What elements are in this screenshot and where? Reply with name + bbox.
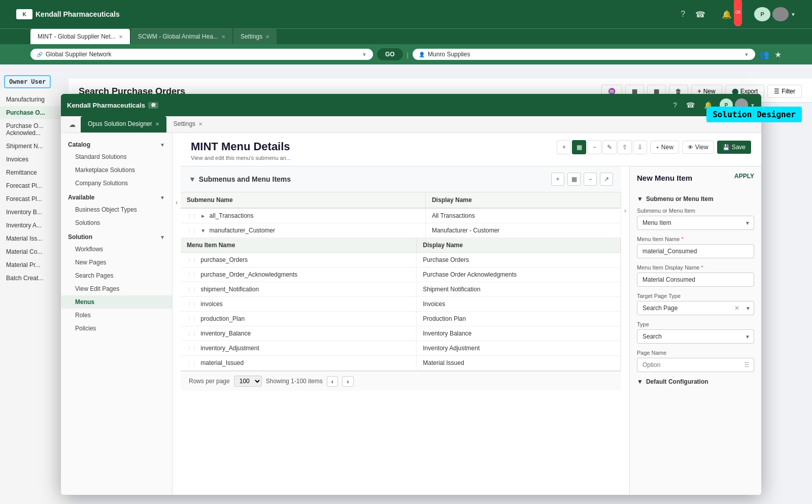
nav-item-view-edit-pages[interactable]: View Edit Pages: [61, 282, 172, 295]
table-row[interactable]: ⋮⋮ ▼ manufacturer_Customer Manufacturer …: [181, 223, 621, 238]
addr-field-2[interactable]: 👤 Munro Supplies ▼: [413, 49, 755, 60]
drag-handle-icon[interactable]: ⋮⋮: [187, 301, 197, 307]
outer-sidebar-invoices[interactable]: Invoices: [0, 153, 69, 166]
prev-page-btn[interactable]: ‹: [327, 376, 338, 387]
outer-sidebar-inv-balance[interactable]: Inventory B...: [0, 206, 69, 219]
notification-btn[interactable]: 🔔 08: [714, 0, 740, 28]
target-page-type-clear-icon[interactable]: ✕: [731, 305, 742, 312]
phone-icon[interactable]: ☎: [693, 0, 707, 28]
inner-help-icon[interactable]: ?: [671, 99, 679, 111]
table-row[interactable]: ⋮⋮ purchase_Order_Acknowledgments Purcha…: [181, 267, 621, 282]
nav-solution-header[interactable]: Solution ▼: [61, 229, 172, 243]
page-name-input[interactable]: [637, 358, 740, 372]
outer-tab-mint-close[interactable]: ✕: [119, 34, 123, 40]
nav-item-policies[interactable]: Policies: [61, 322, 172, 335]
star-icon[interactable]: ★: [774, 50, 782, 59]
outer-filter-button[interactable]: ☰ Filter: [767, 85, 802, 98]
addr-field-1[interactable]: 🔗 Global Supplier Network ▼: [30, 49, 373, 60]
nav-available-header[interactable]: Available ▼: [61, 190, 172, 203]
submenu-grid-btn[interactable]: ▦: [567, 173, 581, 186]
outer-sidebar-manufacturing[interactable]: Manufacturing: [0, 93, 69, 106]
next-page-btn[interactable]: ›: [342, 376, 353, 387]
drag-handle-icon[interactable]: ⋮⋮: [187, 316, 197, 322]
outer-sidebar-forecast2[interactable]: Forecast Pl...: [0, 192, 69, 206]
rows-per-page-select[interactable]: 100 50 25: [234, 376, 262, 387]
table-row[interactable]: ⋮⋮ invoices Invoices: [181, 297, 621, 312]
nav-item-bot[interactable]: Business Object Types: [61, 203, 172, 216]
outer-sidebar-purchase-orders[interactable]: Purchase O...: [0, 106, 69, 119]
toolbar-plus-btn[interactable]: +: [557, 140, 571, 154]
go-button[interactable]: GO: [377, 48, 403, 60]
inner-tab-opus-close[interactable]: ✕: [155, 121, 159, 127]
drag-handle-icon[interactable]: ⋮⋮: [187, 272, 197, 278]
panel-submenu-select[interactable]: Menu Item Submenu: [637, 216, 754, 230]
addr-dropdown-2[interactable]: ▼: [744, 52, 749, 57]
submenu-expand-btn[interactable]: ↗: [600, 173, 613, 186]
nav-item-search-pages[interactable]: Search Pages: [61, 269, 172, 282]
drag-handle-icon[interactable]: ⋮⋮: [187, 331, 197, 337]
outer-tab-settings-close[interactable]: ✕: [265, 34, 269, 40]
type-select[interactable]: Search: [637, 329, 754, 344]
table-row[interactable]: ⋮⋮ material_Issued Material Issued: [181, 356, 621, 371]
drag-handle-icon[interactable]: ⋮⋮: [187, 213, 197, 219]
menu-item-display-input[interactable]: [637, 273, 754, 287]
view-button[interactable]: 👁 View: [682, 141, 714, 154]
table-row[interactable]: ⋮⋮ inventory_Adjustment Inventory Adjust…: [181, 341, 621, 356]
panel-section-default-config[interactable]: ▼ Default Configuration: [637, 378, 754, 385]
submenu-minus-btn[interactable]: −: [584, 173, 597, 186]
inner-phone-icon[interactable]: ☎: [684, 99, 697, 111]
nav-item-roles[interactable]: Roles: [61, 309, 172, 322]
outer-sidebar-remittance[interactable]: Remittance: [0, 166, 69, 179]
outer-tab-mint[interactable]: MINT - Global Supplier Net... ✕: [30, 29, 130, 44]
outer-sidebar-inv-adj[interactable]: Inventory A...: [0, 219, 69, 232]
table-row[interactable]: ⋮⋮ inventory_Balance Inventory Balance: [181, 326, 621, 341]
people-icon[interactable]: 👥: [759, 50, 769, 59]
submenu-add-btn[interactable]: +: [551, 173, 564, 186]
outer-sidebar-batch[interactable]: Batch Creat...: [0, 272, 69, 285]
panel-section-submenu[interactable]: ▼ Submenu or Menu Item: [637, 195, 754, 203]
addr-dropdown-1[interactable]: ▼: [362, 52, 367, 57]
nav-item-workflows[interactable]: Workflows: [61, 243, 172, 256]
nav-catalog-header[interactable]: Catalog ▼: [61, 137, 172, 150]
drag-handle-icon[interactable]: ⋮⋮: [187, 346, 197, 351]
outer-sidebar-mat-consumed[interactable]: Material Co...: [0, 245, 69, 258]
help-icon[interactable]: ?: [679, 0, 687, 28]
nav-item-standard-solutions[interactable]: Standard Solutions: [61, 150, 172, 163]
table-row[interactable]: ⋮⋮ production_Plan Production Plan: [181, 312, 621, 326]
page-name-menu-icon[interactable]: ☰: [740, 361, 754, 368]
outer-sidebar-po-ack[interactable]: Purchase O... Acknowled...: [0, 119, 69, 140]
toolbar-grid-btn[interactable]: ▦: [572, 140, 586, 154]
outer-tab-scwm-close[interactable]: ✕: [221, 34, 225, 40]
toolbar-up-btn[interactable]: ⇧: [618, 140, 632, 154]
submenus-collapse-icon[interactable]: ▼: [189, 175, 196, 183]
drag-handle-icon[interactable]: ⋮⋮: [187, 360, 197, 366]
expand-icon[interactable]: ►: [200, 213, 206, 219]
outer-sidebar-shipment[interactable]: Shipment N...: [0, 140, 69, 153]
new-button[interactable]: + New: [650, 141, 679, 154]
collapse-nav-button[interactable]: ‹: [173, 133, 181, 495]
table-row[interactable]: ⋮⋮ shipment_Notification Shipment Notifi…: [181, 282, 621, 297]
nav-item-solutions[interactable]: Solutions: [61, 216, 172, 229]
expand-icon[interactable]: ▼: [200, 228, 206, 233]
table-row[interactable]: ⋮⋮ purchase_Orders Purchase Orders: [181, 253, 621, 267]
nav-item-menus[interactable]: Menus: [61, 295, 172, 309]
nav-item-marketplace-solutions[interactable]: Marketplace Solutions: [61, 163, 172, 177]
toolbar-edit-btn[interactable]: ✎: [602, 140, 617, 154]
inner-grid-icon[interactable]: ☁: [67, 119, 78, 130]
target-page-type-select[interactable]: Search Page ✕ ▼: [637, 301, 754, 315]
drag-handle-icon[interactable]: ⋮⋮: [187, 287, 197, 292]
drag-handle-icon[interactable]: ⋮⋮: [187, 228, 197, 233]
save-button[interactable]: 💾 Save: [717, 141, 751, 154]
toolbar-minus-btn[interactable]: −: [587, 140, 601, 154]
table-row[interactable]: ⋮⋮ ► all_Transactions All Transactions: [181, 208, 621, 223]
outer-tab-settings[interactable]: Settings ✕: [233, 29, 277, 44]
panel-apply-button[interactable]: APPLY: [734, 173, 754, 180]
nav-item-new-pages[interactable]: New Pages: [61, 256, 172, 269]
outer-tab-scwm[interactable]: SCWM - Global Animal Hea... ✕: [131, 29, 232, 44]
outer-sidebar-mat-issued[interactable]: Material Iss...: [0, 232, 69, 245]
inner-tab-settings[interactable]: Settings ✕: [166, 116, 210, 132]
nav-item-company-solutions[interactable]: Company Solutions: [61, 177, 172, 190]
avatar-group[interactable]: P ▼: [746, 0, 804, 28]
menu-item-name-input[interactable]: [637, 244, 754, 258]
toolbar-down-btn[interactable]: ⇩: [633, 140, 647, 154]
